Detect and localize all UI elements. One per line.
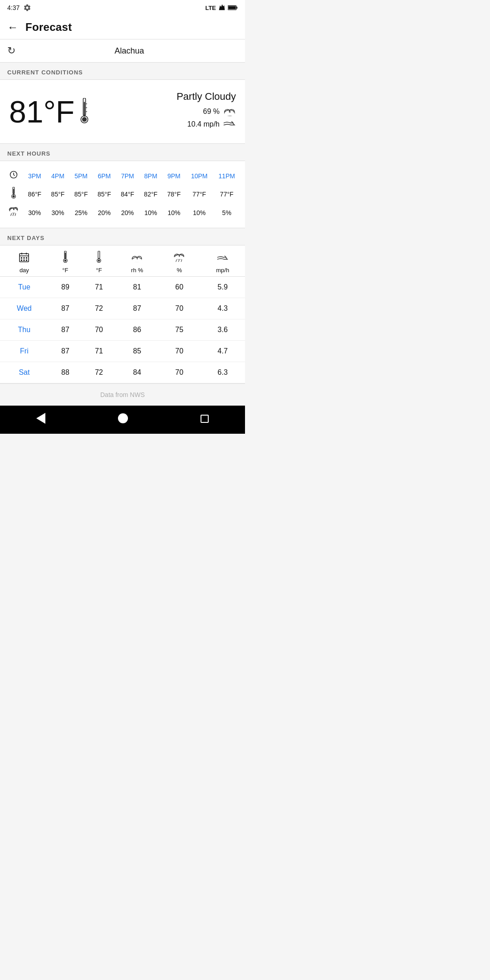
battery-icon: [228, 5, 238, 11]
hour-9pm: 9PM: [162, 167, 186, 184]
hour-10pm: 10PM: [186, 167, 213, 184]
svg-line-24: [13, 214, 14, 216]
nav-bar: [0, 406, 245, 434]
day-low: 71: [82, 341, 116, 362]
humidity-row: 69 %: [176, 107, 236, 116]
day-precip: 70: [158, 362, 200, 383]
temp-5pm: 85°F: [69, 184, 93, 204]
precip-10pm: 10%: [186, 204, 213, 221]
temp-3pm: 86°F: [23, 184, 46, 204]
nav-recent-button[interactable]: [201, 414, 209, 426]
lte-label: LTE: [205, 5, 216, 11]
calendar-icon: [4, 252, 45, 265]
svg-line-53: [181, 260, 182, 261]
current-temperature: 81°F: [9, 96, 74, 127]
svg-rect-22: [10, 210, 17, 213]
day-wind: 6.3: [200, 362, 245, 383]
day-high: 88: [49, 362, 82, 383]
day-rh: 86: [116, 319, 158, 341]
hour-5pm: 5PM: [69, 167, 93, 184]
day-name: Thu: [0, 319, 49, 341]
precip-9pm: 10%: [162, 204, 186, 221]
temp-7pm: 84°F: [116, 184, 139, 204]
wind-col-icon: [204, 255, 241, 265]
current-conditions-label: CURRENT CONDITIONS: [0, 63, 245, 79]
rh-cloud-icon: [119, 255, 155, 265]
next-days-card: day °F: [0, 245, 245, 384]
day-precip: 70: [158, 298, 200, 319]
hours-precip-row: 30% 30% 25% 20% 20% 10% 10% 10% 5%: [5, 204, 240, 221]
temp-10pm: 77°F: [186, 184, 213, 204]
day-rh: 87: [116, 298, 158, 319]
precip-4pm: 30%: [46, 204, 69, 221]
location-name: Alachua: [21, 46, 238, 56]
wind-icon: [223, 120, 236, 129]
days-table: day °F: [0, 245, 245, 383]
col-wind-label: mp/h: [216, 267, 229, 274]
nav-back-button[interactable]: [36, 413, 45, 426]
svg-line-23: [11, 214, 12, 216]
day-rh: 84: [116, 362, 158, 383]
location-bar: ↻ Alachua: [0, 39, 245, 63]
day-low: 72: [82, 298, 116, 319]
status-left: 4:37: [7, 4, 31, 12]
hour-11pm: 11PM: [213, 167, 240, 184]
svg-point-18: [13, 195, 15, 197]
current-details: Partly Cloudy 69 % 10.4 mp/h: [176, 91, 236, 132]
svg-rect-33: [21, 260, 22, 261]
hours-header-row: 3PM 4PM 5PM 6PM 7PM 8PM 9PM 10PM 11PM: [5, 167, 240, 184]
col-precip: %: [158, 245, 200, 277]
cloud-icon: [223, 107, 236, 116]
day-name: Tue: [0, 277, 49, 298]
svg-rect-30: [21, 257, 22, 259]
page-title: Forecast: [25, 21, 72, 34]
svg-line-51: [176, 260, 176, 261]
table-row: Tue 89 71 81 60 5.9: [0, 277, 245, 298]
temp-4pm: 85°F: [46, 184, 69, 204]
col-precip-label: %: [176, 267, 182, 274]
svg-rect-13: [225, 113, 235, 116]
signal-icon: [219, 4, 225, 11]
hours-therm-icon: [5, 184, 23, 204]
temp-6pm: 85°F: [93, 184, 116, 204]
wind-value: 10.4 mp/h: [187, 120, 220, 128]
back-button[interactable]: ←: [7, 21, 18, 34]
footer: Data from NWS: [0, 384, 245, 406]
temp-8pm: 82°F: [139, 184, 162, 204]
condition-text: Partly Cloudy: [176, 91, 236, 103]
svg-rect-1: [236, 7, 237, 9]
precip-7pm: 20%: [116, 204, 139, 221]
precip-6pm: 20%: [93, 204, 116, 221]
recent-square-icon: [201, 415, 209, 423]
day-high: 87: [49, 298, 82, 319]
hour-4pm: 4PM: [46, 167, 69, 184]
col-rh: rh %: [116, 245, 158, 277]
hour-8pm: 8PM: [139, 167, 162, 184]
next-days-label: NEXT DAYS: [0, 228, 245, 245]
hours-table: 3PM 4PM 5PM 6PM 7PM 8PM 9PM 10PM 11PM 86…: [5, 167, 240, 221]
hour-7pm: 7PM: [116, 167, 139, 184]
svg-point-42: [98, 260, 100, 262]
refresh-button[interactable]: ↻: [7, 45, 15, 57]
precip-8pm: 10%: [139, 204, 162, 221]
humidity-value: 69 %: [203, 108, 220, 116]
svg-rect-2: [228, 6, 236, 9]
day-high: 87: [49, 319, 82, 341]
svg-point-39: [64, 260, 67, 262]
hour-6pm: 6PM: [93, 167, 116, 184]
low-temp-icon: [86, 251, 112, 265]
table-row: Thu 87 70 86 75 3.6: [0, 319, 245, 341]
day-low: 71: [82, 277, 116, 298]
nav-home-button[interactable]: [118, 413, 128, 426]
svg-rect-17: [13, 189, 14, 195]
svg-rect-40: [98, 251, 100, 259]
temp-9pm: 78°F: [162, 184, 186, 204]
status-bar: 4:37 LTE: [0, 0, 245, 15]
col-high: °F: [49, 245, 82, 277]
svg-line-25: [15, 214, 16, 216]
next-hours-label: NEXT HOURS: [0, 144, 245, 161]
svg-rect-34: [24, 260, 25, 261]
precip-11pm: 5%: [213, 204, 240, 221]
table-row: Sat 88 72 84 70 6.3: [0, 362, 245, 383]
hours-rain-icon: [5, 204, 23, 221]
